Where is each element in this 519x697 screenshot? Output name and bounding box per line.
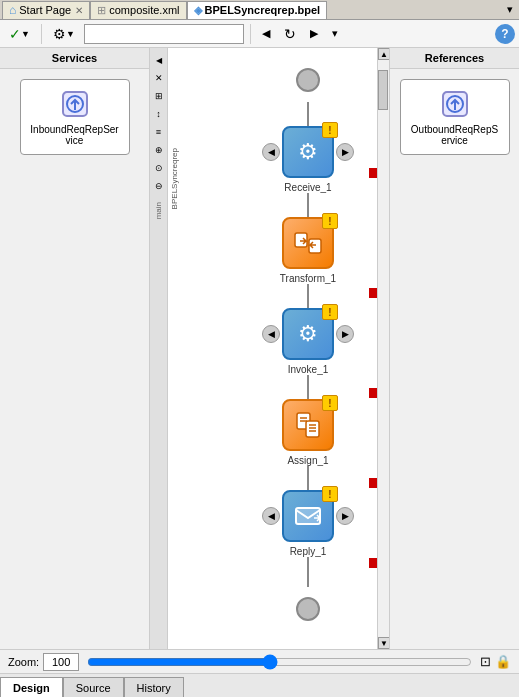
zoom-slider[interactable]	[87, 654, 472, 670]
receive-arrow-left[interactable]: ◀	[262, 143, 280, 161]
reply-arrow-left[interactable]: ◀	[262, 507, 280, 525]
side-mini-toolbar: ◀ ✕ ⊞ ↕ ≡ ⊕ ⊙ ⊖ main	[150, 48, 168, 649]
side-btn-3[interactable]: ↕	[151, 106, 167, 122]
connector-1	[307, 193, 309, 217]
assign-icon	[292, 409, 324, 441]
zoom-input[interactable]	[43, 653, 79, 671]
side-btn-5[interactable]: ⊕	[151, 142, 167, 158]
end-node	[296, 597, 320, 621]
red-indicator-2[interactable]	[369, 288, 377, 298]
transform-icon	[292, 227, 324, 259]
scroll-thumb[interactable]	[378, 70, 388, 110]
connector-3	[307, 375, 309, 399]
connector-4	[307, 466, 309, 490]
nav-fwd-icon: ▶	[310, 27, 318, 40]
assign-node-row: !	[282, 399, 334, 451]
check-icon: ✓	[9, 26, 21, 42]
side-btn-6[interactable]: ⊙	[151, 160, 167, 176]
bpel-icon: ◈	[194, 4, 202, 17]
svg-rect-11	[296, 508, 320, 524]
receive-arrow-right[interactable]: ▶	[336, 143, 354, 161]
fit-icon[interactable]: ⊡	[480, 654, 491, 669]
invoke-icon: ⚙	[298, 321, 318, 347]
side-btn-7[interactable]: ⊖	[151, 178, 167, 194]
tab-composite-label: composite.xml	[109, 4, 179, 16]
canvas[interactable]: BPELSyncreqrep ◀ ⚙ ! ▶ Receive_1	[168, 48, 377, 649]
outbound-service-box[interactable]: OutboundReqRepService	[400, 79, 510, 155]
transform-label: Transform_1	[280, 273, 336, 284]
receive-icon: ⚙	[298, 139, 318, 165]
tab-source[interactable]: Source	[63, 677, 124, 697]
receive-warning: !	[322, 122, 338, 138]
side-btn-4[interactable]: ≡	[151, 124, 167, 140]
toolbar-sep-2	[250, 24, 251, 44]
right-scrollbar: ▲ ▼	[377, 48, 389, 649]
receive-node-row: ◀ ⚙ ! ▶	[262, 126, 354, 178]
zoom-lock-icon[interactable]: 🔒	[495, 654, 511, 669]
receive-node[interactable]: ⚙ !	[282, 126, 334, 178]
scroll-track[interactable]	[378, 60, 389, 637]
red-indicator-1[interactable]	[369, 168, 377, 178]
help-btn[interactable]: ?	[495, 24, 515, 44]
tab-design[interactable]: Design	[0, 677, 63, 697]
reply-node-container: ◀ ! ▶ Reply_1	[262, 490, 354, 557]
canvas-section: ◀ ✕ ⊞ ↕ ≡ ⊕ ⊙ ⊖ main BPELSyncreqrep ◀	[150, 48, 389, 649]
start-node	[296, 68, 320, 92]
nav-refresh-btn[interactable]: ↻	[279, 23, 301, 45]
collapse-btn[interactable]: ◀	[151, 52, 167, 68]
tab-overflow-btn[interactable]: ▾	[503, 3, 517, 16]
tab-history[interactable]: History	[124, 677, 184, 697]
nav-dropdown-btn[interactable]: ▾	[327, 24, 343, 43]
svg-rect-5	[306, 421, 319, 437]
nav-refresh-icon: ↻	[284, 26, 296, 42]
outbound-service-label: OutboundReqRepService	[409, 124, 501, 146]
assign-node[interactable]: !	[282, 399, 334, 451]
invoke-node[interactable]: ⚙ !	[282, 308, 334, 360]
transform-node[interactable]: !	[282, 217, 334, 269]
transform-node-row: !	[282, 217, 334, 269]
reply-arrow-right[interactable]: ▶	[336, 507, 354, 525]
main-label: main	[152, 200, 165, 221]
reply-node[interactable]: !	[282, 490, 334, 542]
red-indicator-5[interactable]	[369, 558, 377, 568]
transform-warning: !	[322, 213, 338, 229]
side-btn-1[interactable]: ✕	[151, 70, 167, 86]
side-btn-2[interactable]: ⊞	[151, 88, 167, 104]
tab-start-page[interactable]: ⌂ Start Page ✕	[2, 1, 90, 19]
tab-start-close[interactable]: ✕	[75, 5, 83, 16]
toolbar-search-input[interactable]	[84, 24, 244, 44]
source-tab-label: Source	[76, 682, 111, 694]
red-indicator-3[interactable]	[369, 388, 377, 398]
tab-bpel[interactable]: ◈ BPELSyncreqrep.bpel	[187, 1, 328, 19]
connector-end	[307, 557, 309, 587]
settings-btn[interactable]: ⚙ ▼	[48, 23, 80, 45]
check-btn[interactable]: ✓ ▼	[4, 23, 35, 45]
outbound-service-icon	[439, 88, 471, 120]
settings-icon: ⚙	[53, 26, 66, 42]
nav-fwd-btn[interactable]: ▶	[305, 24, 323, 43]
assign-warning: !	[322, 395, 338, 411]
scroll-down-btn[interactable]: ▼	[378, 637, 389, 649]
canvas-inner: ◀ ⚙ ! ▶ Receive_1	[168, 48, 377, 649]
assign-label: Assign_1	[287, 455, 328, 466]
nav-back-btn[interactable]: ◀	[257, 24, 275, 43]
invoke-node-container: ◀ ⚙ ! ▶ Invoke_1	[262, 308, 354, 375]
history-tab-label: History	[137, 682, 171, 694]
red-indicator-4[interactable]	[369, 478, 377, 488]
scroll-up-btn[interactable]: ▲	[378, 48, 389, 60]
reply-warning: !	[322, 486, 338, 502]
settings-dropdown[interactable]: ▼	[66, 29, 75, 39]
tab-composite[interactable]: ⊞ composite.xml	[90, 1, 186, 19]
transform-node-container: ! Transform_1	[280, 217, 336, 284]
tab-start-label: Start Page	[19, 4, 71, 16]
invoke-arrow-left[interactable]: ◀	[262, 325, 280, 343]
main-area: Services InboundReqRepService ◀ ✕ ⊞ ↕ ≡ …	[0, 48, 519, 649]
invoke-warning: !	[322, 304, 338, 320]
inbound-service-box[interactable]: InboundReqRepService	[20, 79, 130, 155]
zoom-label: Zoom:	[8, 656, 39, 668]
services-panel: Services InboundReqRepService	[0, 48, 150, 649]
check-dropdown[interactable]: ▼	[21, 29, 30, 39]
nav-dropdown-icon: ▾	[332, 27, 338, 40]
reply-icon	[292, 500, 324, 532]
invoke-arrow-right[interactable]: ▶	[336, 325, 354, 343]
